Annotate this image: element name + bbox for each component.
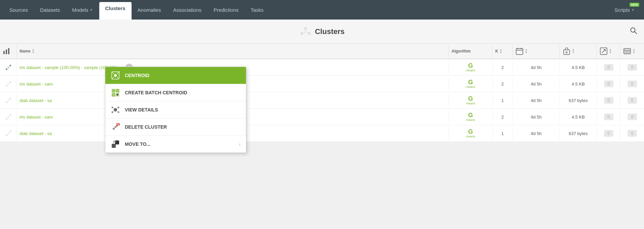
nav-tasks[interactable]: Tasks <box>245 0 270 20</box>
clusters-header-icon <box>299 25 312 38</box>
col-k-label: K <box>495 49 498 54</box>
ctx-view-label: VIEW DETAILS <box>125 107 158 112</box>
ctx-delete-label: DELETE CLUSTER <box>125 124 167 130</box>
svg-point-40 <box>114 74 117 77</box>
algo-badge-1: G means <box>466 63 475 72</box>
nav-anomalies[interactable]: Anomalies <box>132 0 167 20</box>
row-1-batch-badge: 0 <box>628 64 637 71</box>
nav-associations[interactable]: Associations <box>167 0 208 20</box>
svg-text:+: + <box>119 71 120 73</box>
batch-sort[interactable]: ▲▼ <box>633 48 635 54</box>
col-k[interactable]: K ▲▼ <box>493 45 513 57</box>
svg-point-37 <box>9 131 11 133</box>
k-sort[interactable]: ▲▼ <box>500 48 502 54</box>
svg-point-31 <box>9 98 11 100</box>
nav-datasets[interactable]: Datasets <box>34 0 66 20</box>
row-4-batch: 0 <box>620 110 644 124</box>
row-5-date: 4d 5h <box>513 128 560 139</box>
row-5-k: 1 <box>493 128 513 139</box>
ctx-view-details[interactable]: VIEW DETAILS <box>105 101 246 119</box>
svg-point-52 <box>112 107 113 108</box>
svg-point-27 <box>5 85 7 87</box>
scripts-arrow: ▼ <box>631 8 635 12</box>
row-4-name-text[interactable]: iris dataset - sam <box>20 115 53 120</box>
table-row: iris dataset - sam Gmeans 2 4d 5h 4.5 KB… <box>0 109 644 125</box>
svg-point-24 <box>5 68 7 70</box>
svg-rect-11 <box>8 48 9 54</box>
table-row: diab dataset - sa Gmeans 1 4d 5h 637 byt… <box>0 92 644 109</box>
col-pred[interactable]: ▲▼ <box>597 44 620 59</box>
svg-rect-10 <box>6 50 7 54</box>
row-5-name-text[interactable]: diab dataset - sa <box>20 131 52 136</box>
row-2-algo: Gmeans <box>449 76 493 92</box>
svg-point-55 <box>118 111 119 113</box>
delete-cluster-icon <box>111 123 120 131</box>
svg-point-50 <box>116 94 118 96</box>
svg-rect-9 <box>3 51 5 54</box>
row-3-batch: 0 <box>620 94 644 107</box>
row-1-pred-badge: 0 <box>604 64 613 71</box>
nav-clusters[interactable]: Clusters <box>99 2 132 20</box>
clusters-table: Name ▲▼ Algorithm K ▲▼ ▲▼ B ▲▼ <box>0 44 644 142</box>
row-2-name-text[interactable]: iris dataset - sam <box>20 81 53 87</box>
svg-point-36 <box>5 134 7 136</box>
nav-scripts[interactable]: Scripts ▼ NEW <box>608 0 641 20</box>
move-to-icon <box>111 140 120 149</box>
svg-line-42 <box>117 72 118 74</box>
scripts-new-badge: NEW <box>630 3 639 7</box>
row-1-k: 2 <box>493 62 513 73</box>
row-2-size: 4.5 KB <box>560 78 597 90</box>
main-content: Clusters Name ▲▼ Algorithm K ▲▼ <box>0 20 644 229</box>
row-3-size: 637 bytes <box>560 95 597 106</box>
search-button[interactable] <box>630 27 637 36</box>
batch-centroid-icon <box>111 88 120 97</box>
ctx-move-to[interactable]: MOVE TO... › <box>105 136 246 153</box>
row-1-icon <box>0 60 17 74</box>
row-2-date: 4d 5h <box>513 78 560 90</box>
centroid-icon: + <box>111 71 120 80</box>
row-3-algo: Gmeans <box>449 92 493 108</box>
ctx-batch-centroid[interactable]: CREATE BATCH CENTROID <box>105 84 246 101</box>
svg-line-8 <box>635 32 637 34</box>
svg-point-25 <box>9 65 11 67</box>
date-sort[interactable]: ▲▼ <box>525 48 528 54</box>
col-date[interactable]: ▲▼ <box>513 44 560 59</box>
svg-point-54 <box>112 111 113 113</box>
svg-text:B: B <box>566 51 568 54</box>
row-4-pred: 0 <box>597 110 620 124</box>
svg-line-59 <box>116 111 118 112</box>
row-1-date: 4d 5h <box>513 62 560 73</box>
svg-point-29 <box>7 83 9 85</box>
row-4-size: 4.5 KB <box>560 111 597 123</box>
svg-point-60 <box>113 128 115 130</box>
scripts-label: Scripts <box>614 7 630 13</box>
svg-rect-12 <box>516 48 523 55</box>
row-5-algo: Gmeans <box>449 125 493 141</box>
navbar: Sources Datasets Models ▼ Clusters Anoma… <box>0 0 644 20</box>
ctx-centroid[interactable]: + CENTROID <box>105 67 246 84</box>
col-size[interactable]: B ▲▼ <box>560 44 597 59</box>
name-sort[interactable]: ▲▼ <box>32 48 35 54</box>
row-5-icon <box>0 126 17 140</box>
col-batch[interactable]: ▲▼ <box>620 44 644 59</box>
row-1-size: 4.5 KB <box>560 62 597 73</box>
svg-point-28 <box>9 81 11 83</box>
row-3-date: 4d 5h <box>513 95 560 106</box>
ctx-delete-cluster[interactable]: DELETE CLUSTER <box>105 119 246 136</box>
nav-sources[interactable]: Sources <box>3 0 34 20</box>
table-header: Name ▲▼ Algorithm K ▲▼ ▲▼ B ▲▼ <box>0 44 644 59</box>
svg-point-35 <box>7 116 9 118</box>
col-name[interactable]: Name ▲▼ <box>17 45 449 57</box>
svg-point-38 <box>7 132 9 134</box>
pred-sort[interactable]: ▲▼ <box>609 48 612 54</box>
col-icon <box>0 44 17 58</box>
nav-models[interactable]: Models ▼ <box>66 0 99 20</box>
row-3-name-text[interactable]: diab dataset - sa <box>20 98 52 103</box>
size-sort[interactable]: ▲▼ <box>572 48 575 54</box>
row-5-pred: 0 <box>597 127 620 140</box>
ctx-batch-label: CREATE BATCH CENTROID <box>125 90 187 95</box>
nav-predictions[interactable]: Predictions <box>208 0 245 20</box>
svg-point-53 <box>118 107 119 108</box>
table-row: diab dataset - sa Gmeans 1 4d 5h 637 byt… <box>0 125 644 142</box>
svg-rect-46 <box>112 89 115 93</box>
